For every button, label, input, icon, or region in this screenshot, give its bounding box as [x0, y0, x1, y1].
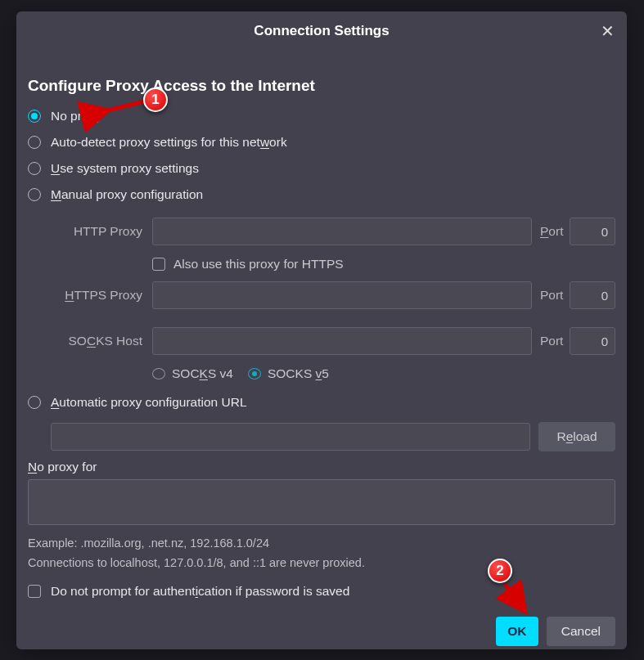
https-proxy-input[interactable]	[152, 281, 532, 309]
ok-button[interactable]: OK	[496, 617, 538, 646]
no-proxy-for-label: No proxy for	[28, 460, 615, 474]
option-pac-url[interactable]: Automatic proxy configuration URL	[28, 389, 615, 415]
radio-icon	[28, 110, 41, 123]
radio-icon	[28, 188, 41, 201]
section-heading: Configure Proxy Access to the Internet	[28, 77, 615, 95]
checkbox-icon	[28, 585, 41, 598]
socks-port-label: Port	[537, 334, 565, 348]
checkbox-icon	[152, 258, 165, 271]
option-system-proxy[interactable]: Use system proxy settings	[28, 155, 615, 182]
option-label: Use system proxy settings	[51, 161, 199, 176]
radio-icon	[248, 368, 261, 379]
also-https-checkbox-row[interactable]: Also use this proxy for HTTPS	[152, 257, 615, 272]
http-proxy-row: HTTP Proxy Port	[49, 218, 615, 245]
socks-host-label: SOCKS Host	[49, 334, 147, 348]
close-icon: ✕	[601, 21, 615, 41]
https-port-input[interactable]	[570, 281, 615, 309]
option-socks-v5[interactable]: SOCKS v5	[248, 366, 329, 381]
https-port-label: Port	[537, 288, 565, 303]
option-auto-detect[interactable]: Auto-detect proxy settings for this netw…	[28, 129, 615, 155]
connection-settings-dialog: Connection Settings ✕ Configure Proxy Ac…	[16, 11, 627, 649]
http-port-input[interactable]	[570, 218, 615, 245]
radio-icon	[28, 396, 41, 409]
https-proxy-row: HTTPS Proxy Port	[49, 281, 615, 309]
http-proxy-label: HTTP Proxy	[49, 224, 147, 239]
dialog-header: Connection Settings ✕	[16, 11, 627, 54]
radio-icon	[152, 368, 165, 379]
reload-button[interactable]: Reload	[538, 422, 615, 451]
socks-host-input[interactable]	[152, 327, 532, 355]
manual-proxy-form: HTTP Proxy Port Also use this proxy for …	[28, 218, 615, 381]
radio-icon	[28, 162, 41, 175]
dialog-footer: OK Cancel	[16, 599, 627, 661]
annotation-marker-2: 2	[488, 559, 512, 583]
pac-row: Reload	[51, 422, 615, 451]
radio-icon	[28, 136, 41, 149]
also-https-label: Also use this proxy for HTTPS	[173, 257, 344, 272]
dialog-title: Connection Settings	[16, 23, 627, 39]
socks-port-input[interactable]	[570, 327, 615, 355]
option-label: Manual proxy configuration	[51, 187, 203, 202]
annotation-marker-1: 1	[143, 88, 168, 112]
socks-version-row: SOCKS v4 SOCKS v5	[152, 366, 615, 381]
no-proxy-note: Connections to localhost, 127.0.0.1/8, a…	[28, 554, 615, 572]
pac-url-input[interactable]	[51, 423, 530, 451]
socks-v4-label: SOCKS v4	[172, 366, 233, 381]
http-proxy-input[interactable]	[152, 218, 532, 245]
option-socks-v4[interactable]: SOCKS v4	[152, 366, 233, 381]
option-no-proxy[interactable]: No proxy	[28, 103, 615, 129]
option-label: Automatic proxy configuration URL	[51, 395, 247, 410]
no-proxy-for-input[interactable]	[28, 479, 615, 525]
cancel-button[interactable]: Cancel	[547, 617, 615, 646]
option-label: No proxy	[51, 109, 101, 123]
close-button[interactable]: ✕	[596, 20, 619, 43]
no-proxy-example: Example: .mozilla.org, .net.nz, 192.168.…	[28, 535, 615, 553]
socks-v5-label: SOCKS v5	[268, 366, 329, 381]
option-label: Auto-detect proxy settings for this netw…	[51, 135, 287, 150]
option-manual-proxy[interactable]: Manual proxy configuration	[28, 182, 615, 208]
socks-host-row: SOCKS Host Port	[49, 327, 615, 355]
auth-checkbox-row[interactable]: Do not prompt for authentication if pass…	[28, 584, 615, 599]
https-proxy-label: HTTPS Proxy	[49, 288, 147, 303]
auth-label: Do not prompt for authentication if pass…	[51, 584, 349, 599]
http-port-label: Port	[537, 224, 565, 239]
